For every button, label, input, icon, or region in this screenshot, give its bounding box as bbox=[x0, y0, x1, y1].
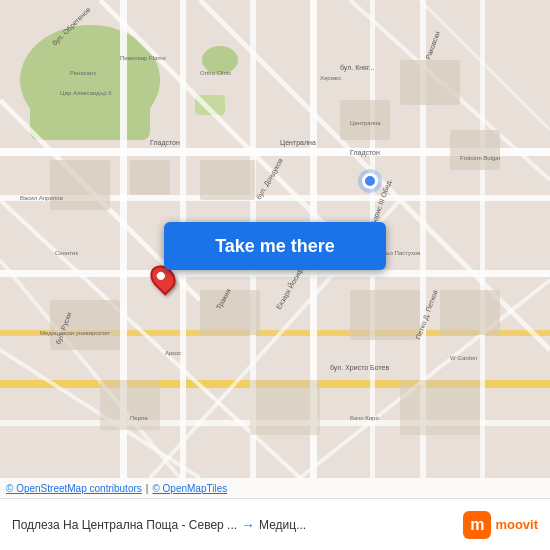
moovit-branding: m moovit bbox=[430, 511, 550, 539]
openstreetmap-link[interactable]: © OpenStreetMap contributors bbox=[6, 483, 142, 494]
svg-text:бул. Княг...: бул. Княг... bbox=[340, 64, 374, 72]
svg-rect-39 bbox=[250, 380, 320, 435]
svg-rect-38 bbox=[100, 380, 160, 430]
svg-rect-32 bbox=[400, 60, 460, 105]
svg-rect-17 bbox=[480, 0, 485, 478]
svg-rect-29 bbox=[130, 160, 170, 195]
to-stop-label: Медиц... bbox=[259, 518, 306, 532]
svg-text:Перла: Перла bbox=[130, 415, 148, 421]
map-svg: бул. Обретенов бул. Княг... Гладстон Гла… bbox=[0, 0, 550, 550]
svg-text:бул. Христо Ботев: бул. Христо Ботев bbox=[330, 364, 389, 372]
svg-text:Аркос: Аркос bbox=[165, 350, 181, 356]
svg-text:Froicom Bulgar: Froicom Bulgar bbox=[460, 155, 501, 161]
svg-rect-28 bbox=[50, 160, 110, 210]
svg-text:Ortho Clinic: Ortho Clinic bbox=[200, 70, 231, 76]
svg-text:W Garden: W Garden bbox=[450, 355, 477, 361]
bottom-route-info[interactable]: Подлеза На Централна Поща - Север ... → … bbox=[0, 517, 430, 533]
svg-rect-37 bbox=[440, 290, 500, 335]
svg-text:Медицински университет: Медицински университет bbox=[40, 330, 110, 336]
moovit-label: moovit bbox=[495, 517, 538, 532]
copyright-separator: | bbox=[146, 483, 149, 494]
svg-text:Хермес: Хермес bbox=[320, 75, 341, 81]
svg-text:Гладстон: Гладстон bbox=[150, 139, 180, 147]
svg-text:Централна: Централна bbox=[350, 120, 381, 126]
moovit-logo: m moovit bbox=[463, 511, 538, 539]
svg-text:Гладстон: Гладстон bbox=[350, 149, 380, 157]
svg-rect-35 bbox=[200, 290, 260, 335]
map-container: бул. Обретенов бул. Княг... Гладстон Гла… bbox=[0, 0, 550, 550]
bottom-bar: Подлеза На Централна Поща - Север ... → … bbox=[0, 498, 550, 550]
svg-text:Сионтик: Сионтик bbox=[55, 250, 78, 256]
openmaptiles-link[interactable]: © OpenMapTiles bbox=[152, 483, 227, 494]
svg-rect-30 bbox=[200, 160, 255, 200]
svg-text:Централна: Централна bbox=[280, 139, 316, 147]
svg-text:Бачо Киро: Бачо Киро bbox=[350, 415, 379, 421]
current-location-dot bbox=[362, 173, 378, 189]
app: бул. Обретенов бул. Княг... Гладстон Гла… bbox=[0, 0, 550, 550]
svg-text:Цар Александър II: Цар Александър II bbox=[60, 90, 112, 96]
moovit-m-icon: m bbox=[463, 511, 491, 539]
svg-text:Васил Априлов: Васил Априлов bbox=[20, 195, 63, 201]
svg-rect-40 bbox=[400, 380, 480, 435]
from-stop-label: Подлеза На Централна Поща - Север ... bbox=[12, 518, 237, 532]
copyright-bar: © OpenStreetMap contributors | © OpenMap… bbox=[0, 478, 550, 498]
svg-text:Пиановар Flame: Пиановар Flame bbox=[120, 55, 166, 61]
take-me-there-button[interactable]: Take me there bbox=[164, 222, 386, 270]
route-arrow-icon: → bbox=[241, 517, 255, 533]
svg-rect-36 bbox=[350, 290, 420, 340]
svg-rect-33 bbox=[450, 130, 500, 170]
svg-text:Ренесанс: Ренесанс bbox=[70, 70, 96, 76]
